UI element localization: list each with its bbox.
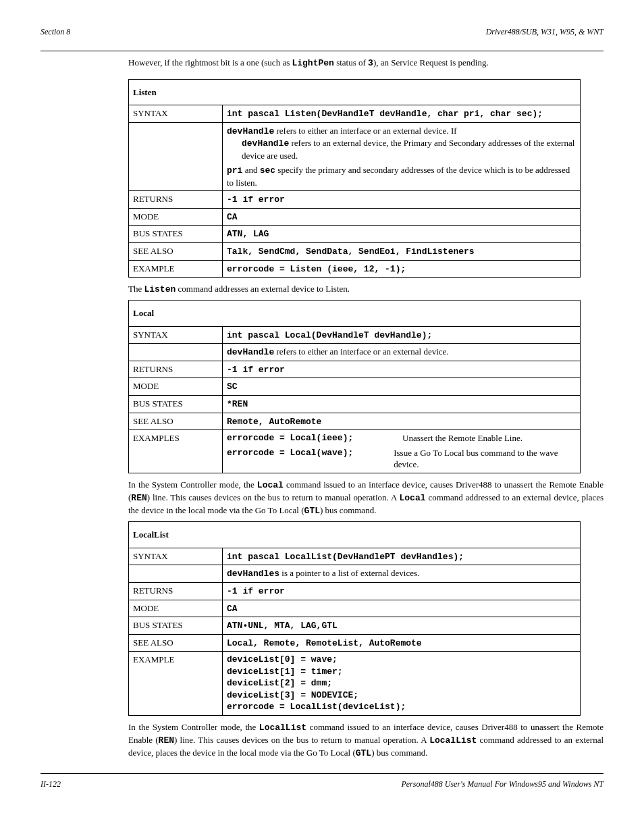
code: sec [260, 165, 275, 176]
footer-left: II-122 [41, 779, 61, 789]
row-value: CA [223, 208, 581, 226]
row-value: int pascal Listen(DevHandleT devHandle, … [223, 105, 581, 123]
text: specify the primary and secondary addres… [227, 165, 570, 188]
code: -1 if error [227, 365, 285, 375]
code: GTL [304, 506, 320, 516]
locallist-description: In the System Controller mode, the Local… [128, 721, 603, 760]
row-label: EXAMPLE [129, 652, 223, 716]
row-value: CA [223, 600, 581, 617]
text: ) line. This causes devices on the bus t… [147, 492, 400, 502]
row-label: SEE ALSO [129, 243, 223, 261]
example-line: deviceList[1] = timer; [227, 666, 576, 678]
row-value: Local, Remote, RemoteList, AutoRemote [223, 634, 581, 652]
page-header: Section 8 Driver488/SUB, W31, W95, & WNT [41, 27, 603, 37]
row-value: errorcode = Local(ieee); Unassert the Re… [223, 430, 581, 473]
code: devHandle [227, 347, 274, 357]
row-value: Talk, SendCmd, SendData, SendEoi, FindLi… [223, 243, 581, 261]
row-label: RETURNS [129, 191, 223, 209]
row-label: BUS STATES [129, 396, 223, 413]
listen-description: The Listen command addresses an external… [128, 283, 603, 296]
code: int pascal Local(DevHandleT devHandle); [227, 330, 432, 340]
code: pri [227, 165, 242, 176]
code: int pascal LocalList(DevHandlePT devHand… [227, 552, 464, 562]
code: Listen [144, 284, 176, 294]
header-left: Section 8 [41, 27, 70, 37]
top-rule [41, 51, 603, 51]
row-value: deviceList[0] = wave; deviceList[1] = ti… [223, 652, 581, 716]
code: -1 if error [227, 586, 285, 596]
row-label: BUS STATES [129, 617, 223, 635]
row-label: RETURNS [129, 361, 223, 378]
example-line: deviceList[3] = NODEVICE; [227, 689, 576, 702]
example-code: errorcode = Local(ieee); [227, 432, 402, 444]
row-value: devHandles is a pointer to a list of ext… [223, 565, 581, 583]
text: refers to either an interface or an exte… [274, 346, 448, 357]
row-value: devHandle refers to either an interface … [223, 344, 581, 361]
row-value: devHandle refers to either an interface … [223, 122, 581, 191]
footer-right: Personal488 User's Manual For Windows95 … [401, 779, 603, 789]
example-line: deviceList[0] = wave; [227, 654, 576, 666]
row-label: BUS STATES [129, 226, 223, 243]
code: errorcode = Listen (ieee, 12, -1); [227, 264, 406, 274]
row-value: ATN, LAG [223, 226, 581, 243]
row-value: int pascal LocalList(DevHandlePT devHand… [223, 548, 581, 565]
code: LocalList [429, 735, 477, 746]
code: devHandle [242, 138, 289, 149]
code: GTL [356, 748, 371, 758]
code: Local, Remote, RemoteList, AutoRemote [227, 638, 422, 648]
row-value: -1 if error [223, 191, 581, 209]
row-label: MODE [129, 208, 223, 226]
row-value: -1 if error [223, 361, 581, 378]
text: ), an Service Request is pending. [373, 57, 489, 68]
example-line: errorcode = LocalList(deviceList); [227, 701, 576, 713]
code: devHandles [227, 569, 279, 579]
text: In the System Controller mode, the [128, 479, 257, 490]
code: *REN [227, 399, 248, 409]
row-label: SYNTAX [129, 326, 223, 344]
code: REN [159, 735, 174, 746]
code: devHandle [227, 126, 274, 136]
code: ATN, LAG [227, 229, 269, 239]
example-code: errorcode = Local(wave); [227, 447, 394, 471]
code: -1 if error [227, 194, 285, 205]
locallist-title: LocalList [129, 522, 581, 548]
row-label [129, 122, 223, 191]
local-description: In the System Controller mode, the Local… [128, 479, 603, 518]
bottom-rule [41, 773, 603, 774]
code: Talk, SendCmd, SendData, SendEoi, FindLi… [227, 246, 475, 257]
row-value: ATN•UNL, MTA, LAG,GTL [223, 617, 581, 635]
locallist-table: LocalList SYNTAX int pascal LocalList(De… [128, 521, 581, 716]
text: ) bus command. [320, 505, 376, 515]
row-label: MODE [129, 378, 223, 396]
code: int pascal Listen(DevHandleT devHandle, … [227, 109, 543, 119]
code: Local [257, 480, 284, 490]
listen-title: Listen [129, 79, 581, 105]
row-value: errorcode = Listen (ieee, 12, -1); [223, 260, 581, 278]
text: status of [334, 57, 368, 68]
row-value: Remote, AutoRemote [223, 413, 581, 430]
code: CA [227, 212, 238, 222]
row-label: RETURNS [129, 582, 223, 600]
row-label: MODE [129, 600, 223, 617]
row-label [129, 344, 223, 361]
code-lightpen: LightPen [292, 58, 333, 68]
local-table: Local SYNTAX int pascal Local(DevHandleT… [128, 300, 581, 473]
row-value: SC [223, 378, 581, 396]
page-footer: II-122 Personal488 User's Manual For Win… [41, 779, 603, 789]
code-value: 3 [368, 58, 373, 68]
code: ATN•UNL, MTA, LAG,GTL [227, 621, 338, 631]
text: command addresses an external device to … [176, 284, 350, 294]
header-right: Driver488/SUB, W31, W95, & WNT [486, 27, 603, 37]
code: LocalList [259, 723, 306, 733]
row-label: SYNTAX [129, 548, 223, 565]
text: However, if the rightmost bit is a one (… [128, 57, 292, 68]
code: Local [400, 493, 426, 503]
local-title: Local [129, 301, 581, 327]
text: In the System Controller mode, the [128, 722, 259, 732]
example-comment: Issue a Go To Local bus command to the w… [394, 447, 576, 471]
code: CA [227, 604, 238, 614]
page: Section 8 Driver488/SUB, W31, W95, & WNT… [41, 27, 603, 789]
code: Remote, AutoRemote [227, 417, 321, 427]
intro-paragraph: However, if the rightmost bit is a one (… [128, 57, 603, 70]
text: ) line. This causes devices on the bus t… [174, 735, 429, 745]
